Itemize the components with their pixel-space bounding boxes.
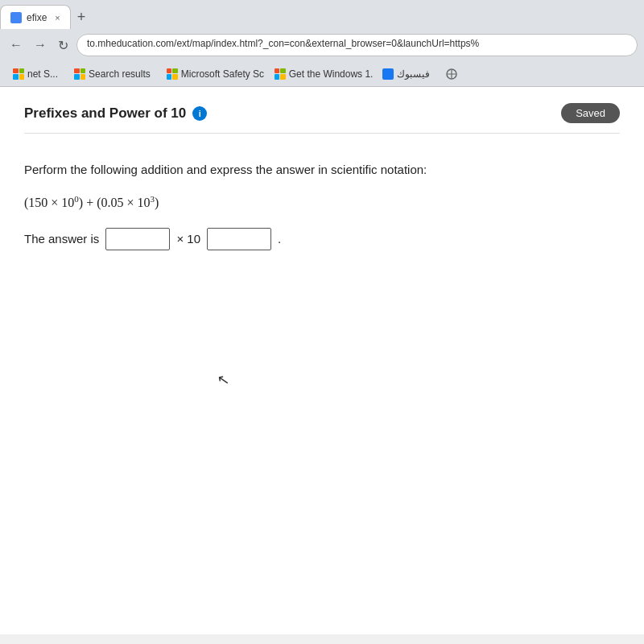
bookmark-favicon-3 bbox=[167, 68, 178, 80]
answer-row: The answer is × 10 . bbox=[24, 228, 572, 250]
bookmark-label-3: Microsoft Safety Sc... bbox=[181, 68, 265, 80]
bookmark-search-results[interactable]: Search results bbox=[68, 67, 157, 81]
tab-bar: efixe × + bbox=[0, 0, 644, 29]
tab-close-button[interactable]: × bbox=[55, 13, 60, 23]
question-area: Perform the following addition and expre… bbox=[24, 153, 572, 258]
bookmark-get-windows[interactable]: Get the Windows 1... bbox=[268, 67, 373, 81]
answer-coefficient-input[interactable] bbox=[105, 228, 170, 250]
bookmark-microsoft-safety[interactable]: Microsoft Safety Sc... bbox=[160, 67, 265, 81]
bookmark-label-1: net S... bbox=[27, 68, 58, 80]
bookmarks-bar: net S... Search results Microsoft Safety… bbox=[0, 61, 644, 87]
equation-display: (150 × 100) + (0.05 × 103) bbox=[24, 194, 572, 210]
url-input[interactable]: to.mheducation.com/ext/map/index.html?_c… bbox=[76, 34, 638, 56]
page-content: Prefixes and Power of 10 i Saved Perform… bbox=[0, 87, 644, 634]
bookmark-favicon-4 bbox=[275, 68, 286, 80]
forward-button[interactable]: → bbox=[31, 36, 50, 54]
active-tab[interactable]: efixe × bbox=[0, 5, 71, 29]
saved-badge: Saved bbox=[561, 103, 620, 123]
bookmark-label-4: Get the Windows 1... bbox=[289, 68, 373, 80]
question-text: Perform the following addition and expre… bbox=[24, 161, 572, 180]
bookmark-favicon-5 bbox=[382, 68, 394, 80]
page-content-wrapper: Prefixes and Power of 10 i Saved Perform… bbox=[0, 87, 644, 634]
bookmark-label-5: فيسبوك bbox=[397, 68, 430, 80]
back-button[interactable]: ← bbox=[6, 36, 26, 54]
bookmark-favicon-6 bbox=[446, 68, 457, 80]
bookmark-label-2: Search results bbox=[89, 68, 151, 80]
answer-exponent-input[interactable] bbox=[207, 228, 271, 250]
address-bar: ← → ↻ to.mheducation.com/ext/map/index.h… bbox=[0, 29, 644, 61]
page-title: Prefixes and Power of 10 bbox=[24, 105, 186, 122]
refresh-button[interactable]: ↻ bbox=[55, 36, 72, 55]
tab-favicon bbox=[10, 12, 22, 23]
bookmark-facebook[interactable]: فيسبوك bbox=[376, 67, 436, 81]
new-tab-button[interactable]: + bbox=[71, 5, 93, 29]
times-10-label: × 10 bbox=[176, 232, 200, 246]
tab-label: efixe bbox=[27, 12, 47, 23]
bookmark-favicon-2 bbox=[74, 68, 85, 80]
bookmark-favicon-1 bbox=[13, 68, 24, 80]
info-icon-button[interactable]: i bbox=[192, 106, 207, 121]
answer-prefix-label: The answer is bbox=[24, 232, 99, 246]
page-header: Prefixes and Power of 10 i Saved bbox=[24, 103, 620, 134]
page-title-row: Prefixes and Power of 10 i bbox=[24, 105, 207, 122]
equation-text: (150 × 100) + (0.05 × 103) bbox=[24, 194, 159, 210]
mouse-cursor-icon: ↖ bbox=[216, 370, 231, 390]
bookmark-net[interactable]: net S... bbox=[6, 67, 64, 81]
period-label: . bbox=[278, 232, 281, 246]
cursor-area: ↖ bbox=[217, 371, 620, 389]
bookmark-other[interactable] bbox=[440, 67, 464, 81]
